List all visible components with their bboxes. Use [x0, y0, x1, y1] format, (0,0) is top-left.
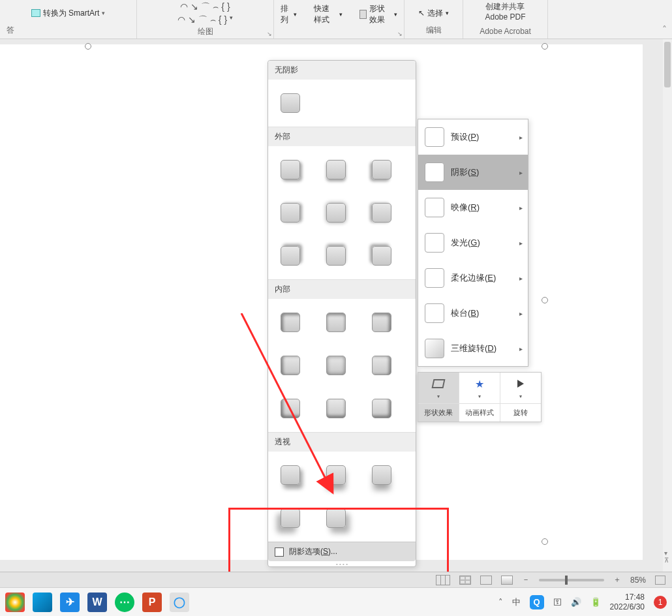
smartart-icon	[31, 9, 40, 17]
shadow-inner-9[interactable]	[363, 390, 400, 427]
fx-preset[interactable]: 预设(P)▸	[418, 119, 528, 155]
selection-handle[interactable]	[542, 43, 548, 50]
tray-expand-icon[interactable]: ˄	[498, 597, 503, 607]
quick-style-button[interactable]: 快速样式▾	[311, 2, 345, 27]
selection-handle[interactable]	[542, 538, 548, 545]
shadow-outer-3[interactable]	[363, 151, 400, 188]
mini-shape-effects[interactable]: ▾	[418, 373, 459, 403]
ribbon: 转换为 SmartArt ▾ 答 ◠↘⌒⌢{} ◠↘⌒⌢{}▾ 绘图 ↘ 排列▾…	[0, 0, 672, 39]
gallery-head-perspective: 透视	[268, 432, 416, 452]
fx-3drotation[interactable]: 三维旋转(D)▸	[418, 331, 528, 366]
smartart-label: 转换为 SmartArt	[43, 8, 100, 19]
shadow-persp-1[interactable]	[272, 457, 309, 493]
shape-effects-menu: 预设(P)▸ 阴影(S)▸ 映像(R)▸ 发光(G)▸ 柔化边缘(E)▸ 棱台(…	[418, 119, 528, 367]
chrome-icon[interactable]	[5, 593, 25, 612]
group-acrobat-label: Adobe Acrobat	[480, 27, 531, 37]
selection-handle[interactable]	[542, 297, 548, 303]
options-icon	[275, 547, 284, 557]
shadow-inner-1[interactable]	[272, 304, 309, 341]
fx-reflection[interactable]: 映像(R)▸	[418, 190, 528, 225]
shape-row-2[interactable]: ◠↘⌒⌢{}▾	[177, 14, 233, 26]
view-sorter-icon[interactable]	[459, 576, 471, 585]
shape-row-1[interactable]: ◠↘⌒⌢{}	[180, 1, 230, 13]
shadow-outer-1[interactable]	[272, 151, 309, 188]
style-launcher[interactable]: ↘	[397, 31, 403, 37]
shadow-outer-5[interactable]	[318, 194, 354, 231]
shadow-persp-4[interactable]	[272, 500, 309, 536]
vertical-scrollbar[interactable]: ▾⊼	[663, 39, 672, 572]
shadow-outer-6[interactable]	[363, 194, 400, 231]
battery-icon[interactable]: 🔋	[590, 597, 601, 607]
view-normal-icon[interactable]	[436, 575, 450, 585]
edge-icon[interactable]	[33, 593, 52, 612]
zoom-slider[interactable]	[539, 579, 604, 581]
shadow-outer-9[interactable]	[363, 238, 400, 274]
acrobat-line1[interactable]: 创建并共享	[485, 1, 525, 12]
shadow-gallery: 无阴影 外部 内部 透视 阴影选项(S)... • • • •	[267, 60, 416, 567]
shadow-inner-7[interactable]	[272, 390, 309, 427]
shadow-inner-8[interactable]	[318, 390, 354, 427]
view-slideshow-icon[interactable]	[501, 576, 513, 585]
notification-badge[interactable]: 1	[654, 596, 667, 609]
collapse-ribbon-icon[interactable]: ˄	[662, 24, 667, 35]
shadow-persp-2[interactable]	[318, 457, 354, 493]
sound-icon[interactable]: 🔊	[571, 597, 581, 607]
gallery-head-inner: 内部	[268, 279, 416, 299]
qq-icon[interactable]: Q	[530, 595, 544, 609]
convert-smartart-button[interactable]: 转换为 SmartArt ▾	[29, 7, 108, 20]
wifi-icon[interactable]: ⚿	[553, 597, 562, 607]
fx-shadow[interactable]: 阴影(S)▸	[418, 155, 528, 190]
zoom-value[interactable]: 85%	[630, 576, 646, 585]
taskbar: ✈ W ⋯ P ◯ ˄ 中 Q ⚿ 🔊 🔋 17:48 2022/6/30 1	[0, 587, 672, 616]
shadow-inner-4[interactable]	[272, 347, 309, 384]
clock-date: 2022/6/30	[610, 602, 645, 611]
fx-softedge[interactable]: 柔化边缘(E)▸	[418, 260, 528, 296]
shape-effects-button[interactable]: 形状效果▾	[357, 2, 400, 27]
select-button[interactable]: ↖ 选择▾	[416, 7, 451, 20]
clock[interactable]: 17:48 2022/6/30	[610, 593, 645, 611]
shadow-inner-6[interactable]	[363, 347, 400, 384]
gallery-head-outer: 外部	[268, 127, 416, 146]
draw-launcher[interactable]: ↘	[267, 31, 272, 37]
mini-anim-style[interactable]: ★▾	[459, 373, 500, 403]
shadow-outer-7[interactable]	[272, 238, 309, 274]
group-draw-label: 绘图	[198, 26, 213, 38]
effects-icon	[359, 10, 367, 19]
feishu-icon[interactable]: ✈	[60, 593, 80, 612]
pointer-icon: ↖	[418, 8, 425, 18]
powerpoint-icon[interactable]: P	[142, 593, 162, 612]
acrobat-line2[interactable]: Adobe PDF	[485, 12, 525, 22]
word-icon[interactable]: W	[87, 593, 107, 612]
zoom-in[interactable]: ＋	[613, 574, 621, 585]
fx-bevel[interactable]: 棱台(B)▸	[418, 296, 528, 331]
mini-rotate[interactable]: ▾	[500, 373, 541, 403]
mini-anim-label: 动画样式	[459, 404, 500, 422]
shadow-outer-2[interactable]	[318, 151, 354, 188]
shadow-persp-5[interactable]	[318, 500, 354, 536]
ime-icon[interactable]: 中	[512, 596, 521, 608]
scrollbar-down-icon[interactable]: ▾⊼	[664, 549, 669, 564]
tool-icon[interactable]: ◯	[170, 593, 189, 612]
shadow-options-button[interactable]: 阴影选项(S)...	[268, 542, 416, 561]
zoom-out[interactable]: －	[522, 574, 530, 585]
fit-window-icon[interactable]	[655, 576, 665, 585]
shadow-outer-8[interactable]	[318, 238, 354, 274]
shadow-inner-5[interactable]	[318, 347, 354, 384]
selection-handle[interactable]	[85, 43, 91, 50]
arrange-button[interactable]: 排列▾	[278, 2, 299, 27]
shadow-outer-4[interactable]	[272, 194, 309, 231]
status-bar: － ＋ 85%	[0, 572, 672, 587]
clock-time: 17:48	[610, 593, 645, 602]
gallery-resize-handle[interactable]: • • • •	[268, 561, 416, 566]
mini-shape-effects-label: 形状效果	[418, 404, 459, 422]
shadow-persp-3[interactable]	[363, 457, 400, 493]
shadow-inner-2[interactable]	[318, 304, 354, 341]
fx-glow[interactable]: 发光(G)▸	[418, 225, 528, 260]
group-edit-label: 编辑	[426, 25, 442, 37]
view-reading-icon[interactable]	[480, 576, 492, 585]
shadow-inner-3[interactable]	[363, 304, 400, 341]
mini-toolbar: ▾ ★▾ ▾ 形状效果 动画样式 旋转	[418, 372, 542, 422]
scrollbar-thumb[interactable]	[664, 42, 671, 87]
wechat-icon[interactable]: ⋯	[115, 593, 134, 612]
shadow-none[interactable]	[272, 85, 309, 121]
